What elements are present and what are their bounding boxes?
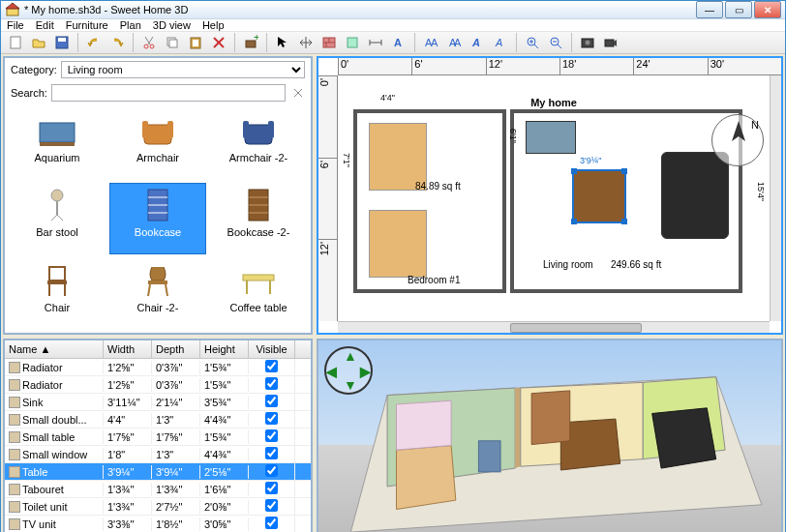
visible-checkbox[interactable]	[265, 360, 278, 372]
visible-checkbox[interactable]	[265, 464, 278, 477]
video-icon[interactable]	[600, 32, 621, 53]
table-row[interactable]: Tabouret1'3¾"1'3¾"1'6⅛"	[5, 481, 311, 498]
text-tool-icon[interactable]: A	[388, 32, 409, 53]
svg-rect-51	[243, 121, 249, 138]
new-icon[interactable]	[5, 32, 26, 53]
table-row[interactable]: Small table1'7⅝"1'7⅝"1'5¾"	[5, 429, 311, 446]
catalog-item[interactable]: Armchair -2-	[210, 108, 307, 179]
zoom-in-icon[interactable]	[522, 32, 543, 53]
wall-tool-icon[interactable]	[318, 32, 340, 53]
furniture-row-icon	[9, 379, 20, 391]
catalog-item[interactable]: Chair -2-	[109, 258, 206, 329]
visible-checkbox[interactable]	[265, 447, 278, 459]
selected-table[interactable]	[572, 169, 626, 223]
svg-text:A: A	[471, 37, 480, 48]
view-3d[interactable]: ▲ ▼ ◀ ▶	[317, 339, 783, 532]
catalog-item-label: Coffee table	[229, 302, 287, 313]
furniture-row-icon	[9, 449, 20, 460]
furniture-row-icon	[9, 466, 20, 478]
room-tool-icon[interactable]	[342, 32, 363, 53]
visible-checkbox[interactable]	[265, 482, 278, 494]
svg-rect-41	[605, 40, 614, 46]
ruler-horizontal: 0'6'12'18'24'30'	[338, 58, 781, 75]
maximize-button[interactable]: ▭	[725, 1, 752, 18]
table-header[interactable]: Name ▲ Width Depth Height Visible	[5, 340, 311, 359]
cut-icon[interactable]	[138, 32, 160, 53]
menu-plan[interactable]: Plan	[120, 19, 141, 31]
menu-help[interactable]: Help	[202, 19, 225, 31]
open-icon[interactable]	[28, 32, 49, 53]
svg-rect-65	[49, 267, 65, 281]
table-row[interactable]: Radiator1'2⅝"0'3⅞"1'5¾"	[5, 359, 311, 376]
plan-canvas[interactable]: My home 4'4" 84.89 sq ft Bedroom #1 7'1"	[338, 75, 770, 321]
text-small-icon[interactable]: AA	[443, 32, 465, 53]
svg-text:+: +	[254, 35, 258, 43]
compass-icon[interactable]: N	[711, 114, 764, 166]
titlebar[interactable]: * My home.sh3d - Sweet Home 3D — ▭ ✕	[1, 1, 785, 19]
catalog-item-label: Aquarium	[34, 152, 79, 163]
menu-3dview[interactable]: 3D view	[153, 19, 191, 31]
furniture-row-icon	[9, 484, 20, 495]
visible-checkbox[interactable]	[265, 429, 278, 442]
add-furniture-icon[interactable]: +	[240, 32, 261, 53]
menu-furniture[interactable]: Furniture	[66, 19, 108, 31]
table-row[interactable]: Small window1'8"1'3"4'4¾"	[5, 446, 311, 463]
table-row[interactable]: Small doubl...4'4"1'3"4'4¾"	[5, 411, 311, 429]
room-bedroom[interactable]: 84.89 sq ft Bedroom #1	[353, 109, 506, 293]
dimension-tool-icon[interactable]	[365, 32, 386, 53]
text-style-icon[interactable]: A	[490, 32, 511, 53]
visible-checkbox[interactable]	[265, 412, 278, 425]
zoom-out-icon[interactable]	[545, 32, 566, 53]
plan-2d[interactable]: 0'6'12'18'24'30' 0'6'12' My home 4'4" 84…	[317, 56, 783, 335]
visible-checkbox[interactable]	[265, 499, 278, 512]
undo-icon[interactable]	[83, 32, 105, 53]
catalog-item[interactable]: Chair	[9, 258, 106, 329]
content: Category: Living room Search: AquariumAr…	[1, 54, 785, 532]
table-row[interactable]: TV unit3'3⅜"1'8½"3'0⅝"	[5, 516, 311, 532]
svg-marker-79	[515, 388, 521, 468]
3d-render	[318, 340, 781, 532]
text-italic-icon[interactable]: A	[467, 32, 488, 53]
text-bold-icon[interactable]: AA	[420, 32, 441, 53]
pan-tool-icon[interactable]	[295, 32, 317, 53]
catalog-item[interactable]: Bar stool	[9, 183, 106, 253]
visible-checkbox[interactable]	[265, 395, 278, 407]
catalog-item[interactable]: Bookcase	[109, 183, 206, 253]
redo-icon[interactable]	[106, 32, 128, 53]
bed-2[interactable]	[369, 210, 427, 278]
desk[interactable]	[526, 121, 576, 154]
svg-point-6	[150, 44, 154, 48]
svg-rect-66	[47, 281, 67, 284]
table-row[interactable]: Sink3'11¼"2'1¼"3'5¾"	[5, 394, 311, 411]
room-living[interactable]: 3'9¼" Living room 249.66 sq ft	[510, 109, 742, 293]
catalog-item[interactable]: Aquarium	[9, 108, 106, 179]
furniture-row-icon	[9, 501, 20, 513]
svg-rect-2	[11, 37, 20, 48]
plan-title: My home	[530, 97, 577, 108]
furniture-thumb-icon	[135, 261, 181, 300]
paste-icon[interactable]	[185, 32, 206, 53]
plan-scrollbar-v[interactable]	[770, 75, 781, 321]
table-row[interactable]: Radiator1'2⅝"0'3⅞"1'5¾"	[5, 376, 311, 394]
catalog-item[interactable]: Armchair	[109, 108, 206, 179]
delete-icon[interactable]	[208, 32, 229, 53]
table-row[interactable]: Table3'9¼"3'9¼"2'5⅛"	[5, 463, 311, 481]
plan-scrollbar-h[interactable]	[338, 321, 770, 333]
catalog-item[interactable]: Bookcase -2-	[210, 183, 307, 253]
menu-file[interactable]: File	[7, 19, 24, 31]
save-icon[interactable]	[51, 32, 73, 53]
select-tool-icon[interactable]	[272, 32, 293, 53]
category-select[interactable]: Living room	[61, 61, 305, 78]
search-input[interactable]	[51, 84, 286, 102]
minimize-button[interactable]: —	[696, 1, 723, 18]
visible-checkbox[interactable]	[265, 517, 278, 529]
close-button[interactable]: ✕	[754, 1, 781, 18]
visible-checkbox[interactable]	[265, 377, 278, 390]
catalog-item[interactable]: Coffee table	[210, 258, 307, 329]
menu-edit[interactable]: Edit	[36, 19, 54, 31]
table-row[interactable]: Toilet unit1'3¾"2'7½"2'0⅜"	[5, 498, 311, 516]
copy-icon[interactable]	[162, 32, 183, 53]
toolbar: + A AA AA A A	[1, 32, 785, 54]
clear-search-icon[interactable]	[291, 86, 305, 100]
photo-icon[interactable]	[577, 32, 598, 53]
